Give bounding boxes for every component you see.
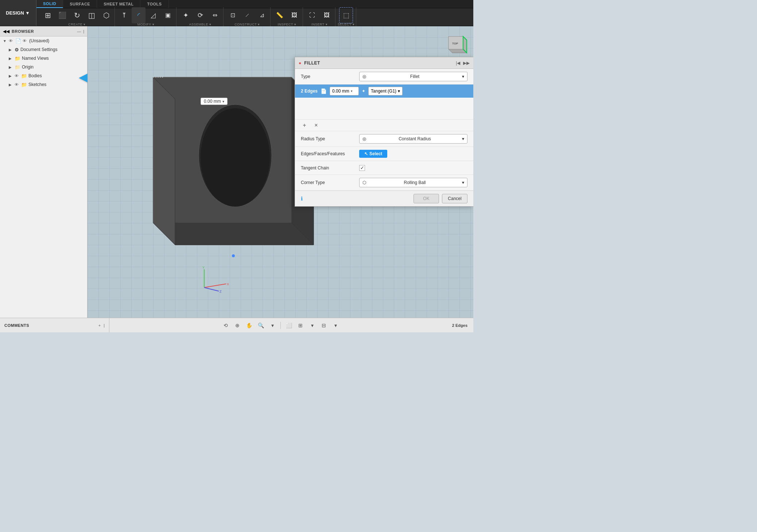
svg-text:TOP: TOP [452,42,458,45]
type-icon: ◎ [362,74,366,79]
dimension-label[interactable]: 0.00 mm ▾ [201,98,228,105]
type-label: Type [301,74,359,79]
svg-point-5 [201,108,270,207]
browser-item-doc-settings[interactable]: ▶ ⚙ Document Settings [0,45,87,54]
revolve-btn[interactable]: ↻ [70,7,84,23]
radius-type-dropdown[interactable]: ◎ Constant Radius ▾ [359,134,467,144]
browser-pin-btn[interactable]: — [77,29,81,34]
motion-btn[interactable]: ⟳ [193,7,207,23]
display-mode-btn[interactable]: ⬜ [284,320,294,330]
view-cube-btn[interactable]: ⊟ [319,320,329,330]
fillet-icon: ◜ [137,12,140,19]
info-icon: ℹ [301,196,303,202]
construct-label[interactable]: CONSTRUCT ▾ [234,23,260,26]
dialog-expand-btn[interactable]: ▶▶ [463,60,470,66]
insert-label[interactable]: INSERT ▾ [311,23,327,26]
doc-settings-arrow: ▶ [9,48,13,52]
view-dropdown[interactable]: ▾ [330,320,341,330]
insert-mesh-btn[interactable]: ⛶ [305,7,319,23]
look-at-btn[interactable]: ⊕ [232,320,242,330]
remove-edge-btn[interactable]: × [312,122,320,129]
tangent-chain-checkbox[interactable]: ✓ [359,165,365,171]
select-label[interactable]: SELECT ▾ [338,23,354,26]
select-button[interactable]: ↖ Select [359,150,387,158]
radius-type-arrow: ▾ [462,136,464,141]
extrude-btn[interactable]: ⬛ [55,7,69,23]
bodies-eye[interactable]: 👁 [15,74,20,78]
assemble-label[interactable]: ASSEMBLE ▾ [189,23,211,26]
browser-item-origin[interactable]: ▶ 📁 Origin [0,63,87,71]
radius-type-value: Constant Radius [399,136,431,141]
tangent-plane-btn[interactable]: ⊿ [255,7,269,23]
corner-type-dropdown[interactable]: ⬡ Rolling Ball ▾ [359,178,467,187]
dimension-dropdown-arrow[interactable]: ▾ [222,99,224,103]
doc-settings-label: Document Settings [20,47,57,52]
tab-sheet-metal[interactable]: SHEET METAL [97,0,140,8]
ok-button[interactable]: OK [414,194,439,203]
offset-plane-btn[interactable]: ⊡ [226,7,240,23]
comments-pin-btn[interactable]: + [98,323,101,328]
sketches-eye[interactable]: 👁 [15,82,20,87]
bodies-icon: 📁 [21,73,27,79]
tab-tools[interactable]: TOOLS [140,0,168,8]
cancel-button[interactable]: Cancel [442,194,467,203]
shell-btn[interactable]: ▣ [161,7,175,23]
tangent-plane-icon: ⊿ [260,12,264,18]
create-label[interactable]: CREATE ▾ [68,23,85,26]
browser-item-named-views[interactable]: ▶ 📁 Named Views [0,54,87,63]
tangent-chain-control: ✓ [359,165,467,171]
comments-expand-btn[interactable]: | [104,323,105,328]
assemble-icons: ✦ ⟳ ⇔ [179,7,222,23]
create-group: ⊞ ⬛ ↻ ◫ ⬡ CREATE ▾ [39,7,115,27]
press-pull-btn[interactable]: ⤒ [117,7,131,23]
design-button[interactable]: DESIGN ▾ [0,0,36,26]
zoom-btn[interactable]: 🔍 [256,320,266,330]
section-btn[interactable]: 🖼 [287,7,301,23]
grid-dropdown[interactable]: ▾ [307,320,317,330]
new-component-btn[interactable]: ⊞ [41,7,55,23]
fillet-btn[interactable]: ◜ [132,7,145,23]
tangent-dropdown[interactable]: Tangent (G1) ▾ [368,87,403,95]
cursor-icon: ↖ [364,151,368,156]
nav-cube[interactable]: TOP [441,29,470,58]
browser-expand-btn[interactable]: | [83,29,84,34]
insert-image-btn[interactable]: 🖼 [320,7,334,23]
grid-btn[interactable]: ⊞ [295,320,306,330]
modify-label[interactable]: MODIFY ▾ [137,23,154,26]
inspect-label[interactable]: INSPECT ▾ [278,23,296,26]
browser-collapse-arrow[interactable]: ◀◀ [3,29,9,34]
unsaved-eye[interactable]: 👁 [9,39,14,43]
bottom-bar: COMMENTS + | ⟲ ⊕ ✋ 🔍 ▾ ⬜ ⊞ ▾ ⊟ ▾ 2 Edges [0,318,473,332]
empty-fillet-area [295,98,473,120]
type-value: Fillet [410,74,419,79]
dialog-pin-btn[interactable]: |◀ [456,60,460,66]
type-dropdown[interactable]: ◎ Fillet ▾ [359,72,467,81]
box-btn[interactable]: ◫ [85,7,98,23]
edge-value-input[interactable]: 0.00 mm ▾ [330,87,359,95]
browser-item-bodies[interactable]: ▶ 👁 📁 Bodies [0,71,87,80]
cylinder-btn[interactable]: ⬡ [99,7,113,23]
edge-value-arrow[interactable]: ▾ [351,89,353,93]
select-btn-tool[interactable]: ⬚ [339,7,353,23]
svg-line-18 [204,287,219,291]
motion-icon: ⟳ [198,12,203,19]
chamfer-btn[interactable]: ◿ [146,7,160,23]
measure-btn[interactable]: 📏 [273,7,287,23]
browser-item-sketches[interactable]: ▶ 👁 📁 Sketches [0,80,87,89]
angle-plane-btn[interactable]: ⟋ [240,7,254,23]
tab-solid[interactable]: SOLID [36,0,63,8]
joint-btn[interactable]: ✦ [179,7,193,23]
sketches-label: Sketches [28,82,46,87]
contact-btn[interactable]: ⇔ [208,7,222,23]
section-icon: 🖼 [291,12,297,18]
create-icons: ⊞ ⬛ ↻ ◫ ⬡ [41,7,113,23]
orbit-btn[interactable]: ⟲ [221,320,231,330]
browser-item-unsaved[interactable]: ▼ 👁 📄 👁 (Unsaved) [0,36,87,45]
add-edge-btn[interactable]: + [301,122,308,129]
select-group: ⬚ SELECT ▾ [336,7,356,27]
corner-type-row: Corner Type ⬡ Rolling Ball ▾ [295,175,473,191]
tab-surface[interactable]: SURFACE [63,0,97,8]
pan-btn[interactable]: ✋ [244,320,254,330]
unsaved-eye2[interactable]: 👁 [23,39,28,43]
zoom-dropdown[interactable]: ▾ [267,320,277,330]
